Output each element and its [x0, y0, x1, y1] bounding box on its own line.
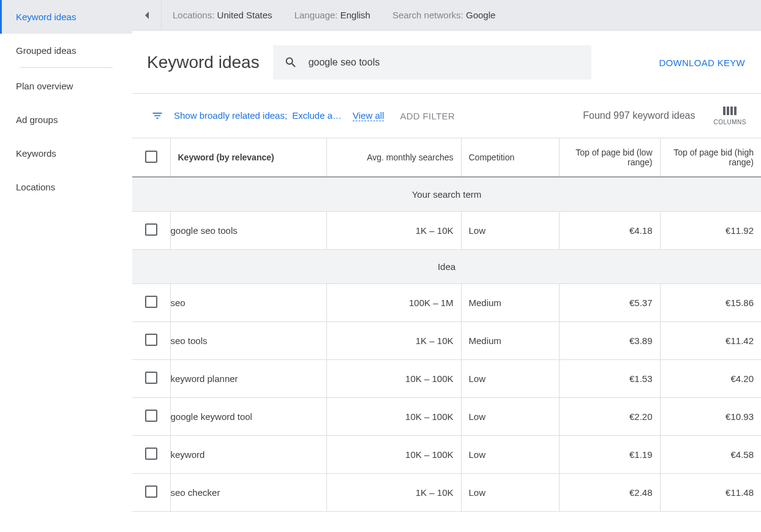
- keyword-table: Keyword (by relevance) Avg. monthly sear…: [132, 138, 761, 512]
- filter-icon-wrap: [147, 110, 168, 122]
- locations-value: United States: [217, 10, 272, 20]
- section-label: Your search term: [132, 177, 761, 212]
- section-header: Idea: [132, 250, 761, 284]
- cell-bid-high: €4.58: [660, 436, 761, 474]
- download-keywords-button[interactable]: DOWNLOAD KEYW: [659, 58, 745, 68]
- locations-label: Locations:: [173, 10, 214, 20]
- header-bid-low[interactable]: Top of page bid (low range): [559, 138, 660, 177]
- networks-selector[interactable]: Search networks: Google: [381, 10, 506, 20]
- row-checkbox-cell: [132, 474, 170, 512]
- cell-searches: 10K – 100K: [326, 436, 461, 474]
- row-checkbox-cell: [132, 284, 170, 322]
- table-row: keyword10K – 100KLow€1.19€4.58: [132, 436, 761, 474]
- row-checkbox[interactable]: [145, 448, 157, 460]
- cell-bid-low: €5.37: [559, 284, 660, 322]
- cell-bid-high: €11.42: [660, 322, 761, 360]
- cell-keyword: keyword planner: [170, 360, 326, 398]
- language-selector[interactable]: Language: English: [283, 10, 381, 20]
- found-count: Found 997 keyword ideas: [583, 110, 695, 121]
- search-box[interactable]: [273, 45, 591, 80]
- table-row: keyword planner10K – 100KLow€1.53€4.20: [132, 360, 761, 398]
- cell-competition: Medium: [461, 322, 559, 360]
- cell-bid-low: €2.48: [559, 474, 660, 512]
- cell-searches: 1K – 10K: [326, 474, 461, 512]
- columns-button[interactable]: COLUMNS: [713, 107, 746, 126]
- cell-searches: 10K – 100K: [326, 398, 461, 436]
- row-checkbox[interactable]: [145, 410, 157, 422]
- cell-keyword: seo tools: [170, 322, 326, 360]
- add-filter-button[interactable]: ADD FILTER: [400, 111, 454, 121]
- sidebar-item-grouped-ideas[interactable]: Grouped ideas: [0, 34, 132, 67]
- row-checkbox-cell: [132, 322, 170, 360]
- filter-chips: Show broadly related ideas; Exclude a… V…: [174, 110, 384, 121]
- header-competition[interactable]: Competition: [461, 138, 559, 177]
- svg-rect-0: [723, 107, 725, 115]
- cell-competition: Medium: [461, 284, 559, 322]
- row-checkbox[interactable]: [145, 296, 157, 308]
- sidebar-item-plan-overview[interactable]: Plan overview: [0, 69, 132, 103]
- filter-row: Show broadly related ideas; Exclude a… V…: [132, 93, 761, 138]
- networks-value: Google: [466, 10, 495, 20]
- cell-keyword: seo checker: [170, 474, 326, 512]
- search-input[interactable]: [309, 57, 580, 68]
- cell-bid-low: €1.53: [559, 360, 660, 398]
- cell-keyword: seo: [170, 284, 326, 322]
- cell-bid-low: €3.89: [559, 322, 660, 360]
- filter-icon: [151, 110, 163, 122]
- cell-competition: Low: [461, 398, 559, 436]
- header-keyword[interactable]: Keyword (by relevance): [170, 138, 326, 177]
- cell-searches: 10K – 100K: [326, 360, 461, 398]
- table-row: google seo tools1K – 10KLow€4.18€11.92: [132, 212, 761, 250]
- networks-label: Search networks:: [392, 10, 463, 20]
- header-searches[interactable]: Avg. monthly searches: [326, 138, 461, 177]
- cell-competition: Low: [461, 436, 559, 474]
- row-checkbox[interactable]: [145, 372, 157, 384]
- table-row: google keyword tool10K – 100KLow€2.20€10…: [132, 398, 761, 436]
- svg-rect-2: [730, 107, 733, 115]
- back-button[interactable]: [132, 0, 162, 31]
- language-value: English: [340, 10, 370, 20]
- language-label: Language:: [294, 10, 338, 20]
- filter-chip-exclude[interactable]: Exclude a…: [292, 110, 342, 121]
- cell-competition: Low: [461, 212, 559, 250]
- row-checkbox[interactable]: [145, 223, 157, 236]
- section-header: Your search term: [132, 177, 761, 212]
- cell-bid-high: €11.48: [660, 474, 761, 512]
- cell-searches: 100K – 1M: [326, 284, 461, 322]
- row-checkbox-cell: [132, 360, 170, 398]
- header-bid-high[interactable]: Top of page bid (high range): [660, 138, 761, 177]
- locations-selector[interactable]: Locations: United States: [162, 10, 283, 20]
- title-row: Keyword ideas DOWNLOAD KEYW: [132, 31, 761, 93]
- cell-bid-low: €2.20: [559, 398, 660, 436]
- header-checkbox-cell: [132, 138, 170, 177]
- sidebar-item-locations[interactable]: Locations: [0, 170, 132, 204]
- sidebar: Keyword ideas Grouped ideas Plan overvie…: [0, 0, 132, 532]
- table-row: seo tools1K – 10KMedium€3.89€11.42: [132, 322, 761, 360]
- table-row: seo checker1K – 10KLow€2.48€11.48: [132, 474, 761, 512]
- filter-chip-broad[interactable]: Show broadly related ideas;: [174, 110, 287, 121]
- cell-keyword: google seo tools: [170, 212, 326, 250]
- sidebar-item-keywords[interactable]: Keywords: [0, 137, 132, 170]
- row-checkbox[interactable]: [145, 485, 157, 498]
- cell-competition: Low: [461, 474, 559, 512]
- cell-bid-high: €15.86: [660, 284, 761, 322]
- row-checkbox[interactable]: [145, 334, 157, 346]
- view-all-link[interactable]: View all: [353, 110, 384, 121]
- sidebar-item-keyword-ideas[interactable]: Keyword ideas: [0, 0, 132, 34]
- columns-label: COLUMNS: [713, 119, 746, 126]
- page-title: Keyword ideas: [147, 53, 260, 72]
- cell-keyword: google keyword tool: [170, 398, 326, 436]
- main-content: Locations: United States Language: Engli…: [132, 0, 761, 532]
- select-all-checkbox[interactable]: [145, 151, 157, 163]
- sidebar-item-ad-groups[interactable]: Ad groups: [0, 103, 132, 137]
- row-checkbox-cell: [132, 212, 170, 250]
- svg-rect-3: [734, 107, 737, 115]
- sidebar-divider: [20, 67, 113, 68]
- table-row: seo100K – 1MMedium€5.37€15.86: [132, 284, 761, 322]
- cell-bid-high: €4.20: [660, 360, 761, 398]
- cell-bid-high: €11.92: [660, 212, 761, 250]
- cell-bid-low: €1.19: [559, 436, 660, 474]
- columns-icon: [723, 107, 737, 118]
- cell-bid-low: €4.18: [559, 212, 660, 250]
- topbar: Locations: United States Language: Engli…: [132, 0, 761, 31]
